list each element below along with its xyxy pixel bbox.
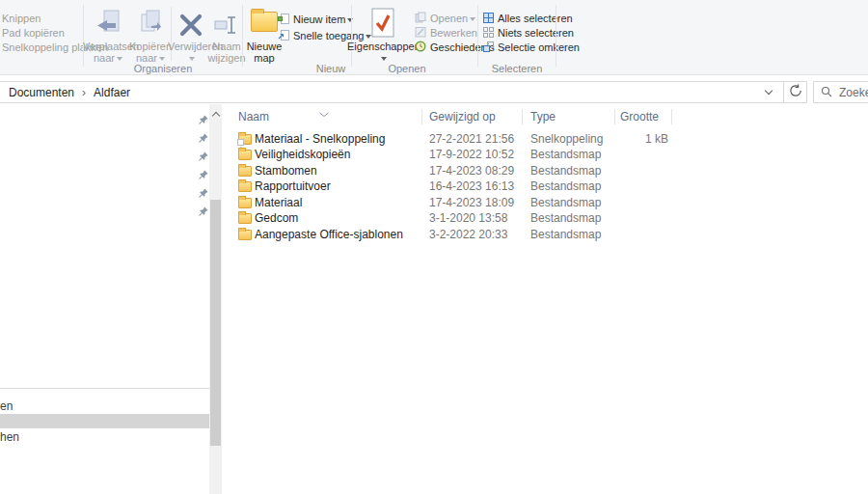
- folder-shortcut-icon: [238, 134, 252, 145]
- cut-button[interactable]: Knippen: [2, 11, 41, 26]
- pin-icon: [199, 184, 208, 194]
- file-modified: 16-4-2023 16:13: [429, 178, 514, 194]
- dropdown-caret-icon: [117, 57, 122, 61]
- search-box[interactable]: [813, 81, 868, 103]
- file-list: Naam Gewijzigd op Type Grootte Materiaal…: [222, 104, 868, 494]
- tree-item-truncated[interactable]: hen: [0, 431, 19, 443]
- breadcrumb-item-aldfaer[interactable]: Aldfaer: [94, 86, 130, 99]
- column-header-name[interactable]: Naam: [238, 107, 269, 126]
- ribbon-toolbar: Knippen Pad kopiëren Snelkoppeling plakk…: [0, 0, 868, 75]
- column-header-size[interactable]: Grootte: [620, 107, 659, 126]
- select-none-icon: [483, 27, 494, 40]
- open-icon: [415, 12, 426, 25]
- new-item-icon: [278, 13, 289, 26]
- table-row[interactable]: Veiligheidskopieën 17-9-2022 10:52 Besta…: [222, 147, 868, 162]
- group-separator: [477, 5, 478, 67]
- sort-indicator-icon: [318, 104, 330, 122]
- folder-icon: [238, 230, 252, 240]
- file-type: Snelkoppeling: [530, 131, 603, 147]
- edit-button[interactable]: Bewerken: [415, 25, 477, 41]
- delete-icon[interactable]: [178, 13, 203, 41]
- file-modified: 27-2-2021 21:56: [429, 131, 514, 147]
- tree-section-divider: [0, 388, 209, 389]
- file-explorer-window: Knippen Pad kopiëren Snelkoppeling plakk…: [0, 0, 868, 494]
- copy-path-button[interactable]: Pad kopiëren: [2, 25, 65, 41]
- tree-item-truncated[interactable]: en: [0, 400, 13, 412]
- table-row[interactable]: Gedcom 3-1-2020 13:58 Bestandsmap: [222, 210, 868, 226]
- dropdown-caret-icon: [381, 57, 387, 61]
- new-item-button[interactable]: Nieuw item: [278, 12, 353, 27]
- properties-icon[interactable]: [371, 8, 394, 41]
- chevron-up-icon: [211, 112, 219, 120]
- group-separator: [556, 5, 556, 67]
- select-all-icon: [483, 13, 494, 25]
- file-name: Veiligheidskopieën: [255, 147, 350, 162]
- nav-scrollbar[interactable]: [209, 104, 222, 494]
- file-name: Rapportuitvoer: [255, 178, 331, 194]
- cut-label: Knippen: [2, 13, 41, 24]
- invert-selection-icon: [483, 41, 494, 54]
- search-input[interactable]: [839, 86, 868, 99]
- select-none-button[interactable]: Niets selecteren: [483, 25, 574, 41]
- history-icon: [415, 41, 426, 54]
- column-resize-handle[interactable]: [421, 109, 422, 124]
- column-resize-handle[interactable]: [522, 109, 523, 124]
- address-bar[interactable]: Documenten › Aldfaer: [0, 81, 807, 103]
- breadcrumb-separator-icon: ›: [82, 86, 86, 99]
- rename-icon[interactable]: [213, 14, 240, 40]
- invert-selection-button[interactable]: Selectie omkeren: [483, 40, 580, 55]
- copy-to-icon[interactable]: [136, 9, 165, 43]
- file-size: 1 kB: [620, 131, 668, 147]
- file-modified: 3-1-2020 13:58: [429, 210, 507, 226]
- table-row[interactable]: Materiaal - Snelkoppeling 27-2-2021 21:5…: [222, 131, 868, 147]
- file-name: Aangepaste Office-sjablonen: [255, 227, 403, 242]
- column-header-type[interactable]: Type: [530, 107, 556, 126]
- search-icon: [821, 84, 832, 101]
- select-all-button[interactable]: Alles selecteren: [483, 11, 573, 26]
- breadcrumb-item-documenten[interactable]: Documenten: [9, 86, 74, 99]
- scrollbar-up-button[interactable]: [209, 107, 222, 121]
- properties-label[interactable]: Eigenschappen: [347, 41, 419, 52]
- file-modified: 17-4-2023 18:09: [429, 195, 514, 210]
- tree-item-selected[interactable]: [0, 414, 209, 428]
- folder-icon: [238, 166, 252, 177]
- copy-to-label-line1: Kopiëren: [129, 41, 172, 52]
- file-name: Materiaal: [255, 195, 302, 210]
- file-modified: 17-4-2023 08:29: [429, 163, 514, 178]
- table-row[interactable]: Stambomen 17-4-2023 08:29 Bestandsmap: [222, 163, 868, 178]
- pin-icon: [199, 166, 208, 176]
- pin-icon: [199, 111, 208, 121]
- group-label-organiseren: Organiseren: [86, 63, 240, 74]
- table-row[interactable]: Materiaal 17-4-2023 18:09 Bestandsmap: [222, 195, 868, 210]
- group-label-openen: Openen: [370, 63, 444, 74]
- open-button[interactable]: Openen: [415, 11, 475, 26]
- refresh-icon: [789, 84, 802, 101]
- column-resize-handle[interactable]: [614, 109, 615, 124]
- new-folder-icon[interactable]: [251, 12, 278, 32]
- folder-icon: [238, 198, 252, 208]
- breadcrumb: Documenten › Aldfaer: [0, 86, 754, 99]
- file-name: Materiaal - Snelkoppeling: [255, 131, 385, 147]
- table-row[interactable]: Aangepaste Office-sjablonen 3-2-2022 20:…: [222, 227, 868, 242]
- address-row: Documenten › Aldfaer: [0, 75, 868, 104]
- navigation-pane: en hen: [0, 104, 222, 494]
- move-to-icon[interactable]: [94, 9, 122, 43]
- group-label-selecteren: Selecteren: [478, 63, 556, 74]
- column-header-modified[interactable]: Gewijzigd op: [429, 107, 496, 126]
- file-type: Bestandsmap: [530, 163, 601, 178]
- file-modified: 3-2-2022 20:33: [429, 227, 507, 242]
- file-type: Bestandsmap: [530, 178, 601, 194]
- scrollbar-thumb[interactable]: [210, 200, 221, 446]
- table-row[interactable]: Rapportuitvoer 16-4-2023 16:13 Bestandsm…: [222, 178, 868, 194]
- folder-icon: [238, 213, 252, 224]
- file-type: Bestandsmap: [530, 210, 601, 226]
- pin-icon: [199, 148, 208, 157]
- easy-access-icon: [278, 29, 289, 42]
- move-to-label-line1: Verplaatsen: [83, 41, 133, 52]
- pin-icon: [199, 203, 208, 212]
- column-resize-handle[interactable]: [671, 109, 672, 124]
- dropdown-caret-icon: [159, 57, 165, 61]
- address-dropdown-button[interactable]: [754, 82, 783, 102]
- pin-icon: [199, 129, 208, 139]
- refresh-button[interactable]: [784, 82, 806, 102]
